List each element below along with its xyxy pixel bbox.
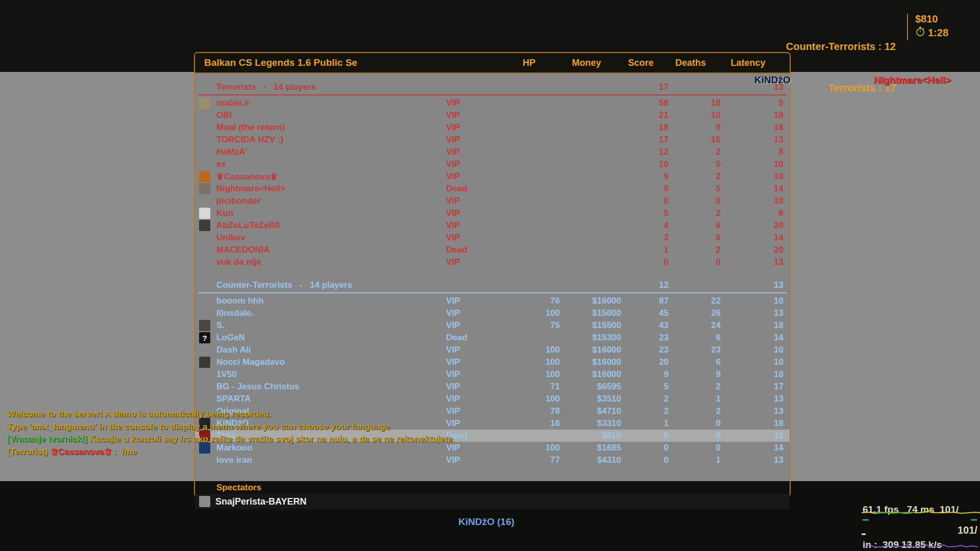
player-hp: 76 [506,296,560,306]
team-score: 12 [621,280,669,290]
player-status: VIP [446,196,506,206]
player-status: VIP [446,135,506,145]
player-avatar [199,134,210,145]
chat-segment: (Terrorist) [7,447,51,457]
chat-segment: ♛Cassanova♛ [51,447,112,457]
player-deaths: 2 [669,208,721,218]
money-value: $810 [915,12,948,26]
player-status: VIP [446,257,506,267]
player-score: 87 [621,296,669,306]
player-deaths: 1 [669,455,721,465]
player-money: $15000 [560,308,621,318]
player-avatar [199,381,210,392]
player-row: Nightmare<Hell> Dead 9 5 14 [195,183,790,195]
player-latency: 18 [721,418,783,429]
player-latency: 10 [721,171,783,182]
player-status: VIP [446,320,506,331]
player-score: 9 [621,369,669,380]
player-deaths: 6 [669,220,721,231]
team-section: Terrorists - 14 players 17 13 reable.# V… [195,81,790,279]
team-score-counters: Counter-Terrorists : 12 Terrorists : 17 [786,12,896,122]
player-name: Moai (the return) [216,122,446,133]
player-row: MACEDONIA Dead 1 2 20 [195,244,790,256]
player-deaths: 2 [669,171,721,182]
player-name: sx [216,159,446,169]
player-name: BG - Jesus Christus [216,382,446,392]
player-latency: 10 [721,196,783,206]
player-money: $6595 [560,382,621,392]
player-deaths: 2 [669,245,721,255]
player-deaths: 0 [669,431,721,441]
player-name: TORCIDA HZV :) [216,135,446,145]
player-status: Dead [446,184,506,194]
player-row: vuk da nije VIP 0 0 13 [195,256,790,268]
player-row: sx VIP 10 5 10 [195,158,790,170]
player-row: booom hhh VIP 76 $16000 87 22 10 [195,295,790,307]
player-name: reable.# [216,98,446,108]
player-latency: 19 [721,110,783,120]
player-money: $15300 [560,333,621,343]
player-status: VIP [446,220,506,231]
player-avatar [199,232,210,243]
player-deaths: 2 [669,382,721,392]
player-avatar [199,195,210,207]
player-avatar [199,357,210,368]
player-latency: 8 [721,208,783,218]
player-avatar [199,393,210,405]
team-score: 17 [621,82,669,92]
player-latency: 13 [721,406,783,416]
player-avatar: ? [199,332,210,343]
player-deaths: 6 [669,333,721,343]
chat-line: Welcome to the server! A demo is automat… [7,408,453,421]
player-row: OBI VIP 21 10 19 [195,109,790,121]
player-latency: 20 [721,245,783,255]
player-avatar [199,183,210,194]
player-name: Nocci Magadavo [216,357,446,367]
player-score: 0 [621,257,669,267]
player-latency: 10 [721,345,783,355]
player-avatar [199,344,210,356]
player-score: 43 [621,320,669,331]
player-status: VIP [446,357,506,367]
player-status: VIP [446,98,506,108]
player-hp: 100 [506,357,560,367]
player-latency: 17 [721,382,783,392]
player-row: AbZoLuTeZeR0 VIP 4 6 20 [195,219,790,232]
player-score: 5 [621,208,669,218]
team-header-row: Counter-Terrorists - 14 players 12 13 [195,279,790,292]
player-hp: 75 [506,320,560,331]
player-deaths: 0 [669,257,721,267]
scoreboard-titlebar: Balkan CS Legends 1.6 Public Se HP Money… [195,53,790,73]
player-row: HaMzA' VIP 12 2 8 [195,146,790,158]
player-score: 3 [621,233,669,243]
spectators-label: Spectators [195,482,790,494]
player-status: VIP [446,382,506,392]
player-score: 4 [621,220,669,231]
player-row: Nocci Magadavo VIP 100 $16000 20 6 10 [195,356,790,368]
player-deaths: 9 [669,122,721,133]
player-row: reable.# VIP 58 18 9 [195,97,790,109]
player-status: VIP [446,369,506,380]
player-latency: 14 [721,233,783,243]
player-latency: 13 [721,135,783,145]
player-name: Dash Ali [216,345,446,355]
player-avatar [199,171,210,182]
player-deaths: 9 [669,369,721,380]
team-underline [198,292,787,293]
column-header-deaths: Deaths [665,58,717,68]
player-row: Unikov VIP 3 8 14 [195,232,790,244]
player-name: MACEDONIA [216,245,446,255]
player-deaths: 0 [669,418,721,429]
player-score: 17 [621,135,669,145]
player-score: 10 [621,159,669,169]
team-underline [198,94,787,95]
player-status: Dead [446,245,506,255]
player-row: l0nsdale. VIP 100 $15000 45 26 13 [195,307,790,319]
team-player-list: reable.# VIP 58 18 9 OBI VIP 21 10 19 Mo… [195,97,790,268]
player-name: Unikov [216,233,446,243]
player-deaths: 2 [669,406,721,416]
world-nametag-nightmare: Nightmare<Hell> [874,74,951,86]
player-avatar [199,320,210,331]
player-score: 23 [621,333,669,343]
player-status: VIP [446,345,506,355]
